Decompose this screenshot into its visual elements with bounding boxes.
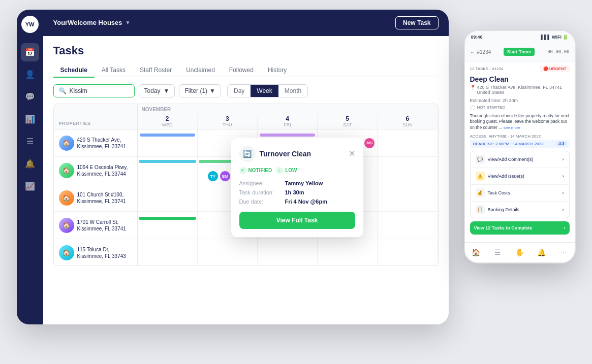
day-header-fri: 4 FRI xyxy=(258,115,318,129)
back-arrow-icon: ← xyxy=(470,49,475,55)
booking-icon: 📋 xyxy=(476,205,485,214)
day-col-sun-1 xyxy=(378,129,438,156)
see-more-link[interactable]: see more xyxy=(504,125,520,130)
sidebar-icon-bell[interactable]: 🔔 xyxy=(21,155,39,173)
view-toggle: Day Week Month xyxy=(227,84,308,97)
day-col-wed-3 xyxy=(138,184,198,211)
new-task-button[interactable]: New Task xyxy=(395,16,438,29)
action-comments[interactable]: 💬 View/Add Comment(s) › xyxy=(471,151,569,168)
booking-label: Booking Details xyxy=(488,207,520,212)
property-text-4: 1701 W Carroll St,Kissimmee, FL 33741 xyxy=(77,219,126,232)
timer-display: 00.00.00 xyxy=(547,49,569,54)
day-header-sat: 5 SAT xyxy=(318,115,378,129)
property-avatar-2: 🏠 xyxy=(59,163,74,178)
view-week-button[interactable]: Week xyxy=(251,85,278,97)
badge-ty2: TY xyxy=(207,171,219,182)
bottom-nav-bell[interactable]: 🔔 xyxy=(534,245,549,260)
brand-chevron[interactable]: ▼ xyxy=(126,20,131,25)
close-button[interactable]: ✕ xyxy=(349,149,355,158)
day-col-thu-5 xyxy=(198,239,258,266)
bottom-nav-hand[interactable]: ✋ xyxy=(512,245,527,260)
day-col-fri-5 xyxy=(258,239,318,266)
view-day-button[interactable]: Day xyxy=(228,85,251,97)
view-tasks-button[interactable]: View 12 Tasks to Complete › xyxy=(470,221,570,235)
date-picker[interactable]: Today ▼ xyxy=(139,84,175,97)
month-label: NOVEMBER xyxy=(138,104,438,115)
view-month-button[interactable]: Month xyxy=(278,85,307,97)
filter-label: Filter (1) xyxy=(184,87,207,94)
topbar-brand: YourWelcome Houses ▼ xyxy=(53,19,131,26)
comments-icon: 💬 xyxy=(476,155,485,164)
view-full-task-button[interactable]: View Full Task xyxy=(239,212,355,229)
mobile-bottom-nav: 🏠 ☰ ✋ 🔔 ··· xyxy=(465,242,575,262)
main-content: YourWelcome Houses ▼ New Task Tasks Sche… xyxy=(43,10,449,324)
sidebar-icon-chart[interactable]: 📊 xyxy=(21,110,39,128)
status-circle xyxy=(470,105,475,110)
property-row: 🏠 420 S Thacker Ave,Kissimmee, FL 33741 xyxy=(54,129,137,157)
desktop-mockup: YW 📅 👤 💬 📊 ☰ 🔔 📈 YourWelcome Houses ▼ xyxy=(17,10,449,324)
bottom-nav-more[interactable]: ··· xyxy=(556,245,571,260)
action-costs[interactable]: 💰 Task Costs › xyxy=(471,185,569,202)
assignee-row: Assignee: Tammy Yellow xyxy=(239,180,355,186)
sidebar-icon-stats[interactable]: 📈 xyxy=(21,177,39,195)
tab-staff-roster[interactable]: Staff Roster xyxy=(133,63,179,78)
address-text: 420 S Thacker Ave, Kissimmee, FL 34741Un… xyxy=(477,85,562,95)
popup-title-row: 🔄 Turnover Clean xyxy=(239,146,311,162)
mobile-action-list: 💬 View/Add Comment(s) › ⚠️ View/Add Issu… xyxy=(470,151,570,218)
issues-chevron: › xyxy=(563,174,564,179)
bottom-nav-home[interactable]: 🏠 xyxy=(468,245,483,260)
action-issues[interactable]: ⚠️ View/Add Issue(s) › xyxy=(471,168,569,185)
sidebar-icon-chat[interactable]: 💬 xyxy=(21,88,39,106)
costs-label: Task Costs xyxy=(488,190,510,195)
assignee-value: Tammy Yellow xyxy=(285,180,323,186)
tabs-bar: Schedule All Tasks Staff Roster Unclaime… xyxy=(53,63,439,78)
mobile-est-time: Estimated time: 2h 30m xyxy=(470,98,570,103)
deadline-row: DEADLINE: 2.00PM · 14 MARCH 2022 ⚠ 3 xyxy=(470,140,570,148)
mobile-mockup: 09:46 ▌▌▌ WiFi 🔋 ← #1234 Start Timer 00.… xyxy=(464,30,576,263)
view-tasks-chevron: › xyxy=(564,225,566,230)
back-button[interactable]: ← #1234 xyxy=(470,49,491,55)
issues-label: View/Add Issue(s) xyxy=(488,174,524,179)
due-row: Due date: Fri 4 Nov @6pm xyxy=(239,198,355,205)
property-avatar-1: 🏠 xyxy=(59,136,74,151)
sidebar-logo: YW xyxy=(21,16,39,33)
tab-all-tasks[interactable]: All Tasks xyxy=(95,63,133,78)
duration-value: 1h 30m xyxy=(285,189,304,195)
property-text-1: 420 S Thacker Ave,Kissimmee, FL 33741 xyxy=(77,137,126,150)
day-col-sat-5 xyxy=(318,239,378,266)
bottom-nav-tasks[interactable]: ☰ xyxy=(490,245,505,260)
property-text-3: 101 Church St #100,Kissimmee, FL 33741 xyxy=(77,191,126,205)
search-input[interactable] xyxy=(70,87,129,94)
property-avatar-3: 🏠 xyxy=(59,190,74,206)
sidebar-icon-user[interactable]: 👤 xyxy=(21,65,39,84)
mobile-task-title: Deep Clean xyxy=(470,75,570,83)
filter-chevron: ▼ xyxy=(209,87,215,94)
tab-history[interactable]: History xyxy=(261,63,294,78)
mobile-nav-bar: ← #1234 Start Timer 00.00.00 xyxy=(465,43,575,61)
sidebar-icon-calendar[interactable]: 📅 xyxy=(21,43,39,61)
popup-details: Assignee: Tammy Yellow Task duration: 1h… xyxy=(239,180,355,205)
filter-button[interactable]: Filter (1) ▼ xyxy=(179,84,221,97)
issues-icon: ⚠️ xyxy=(476,172,485,181)
tab-followed[interactable]: Followed xyxy=(222,63,261,78)
brand-name: YourWelcome Houses xyxy=(53,19,122,26)
tab-unclaimed[interactable]: Unclaimed xyxy=(179,63,222,78)
property-row: 🏠 101 Church St #100,Kissimmee, FL 33741 xyxy=(54,184,137,212)
day-header-wed: 2 WED xyxy=(138,115,198,129)
mobile-indicators: ▌▌▌ WiFi 🔋 xyxy=(541,35,568,40)
notified-badge: ✓ NOTIFIED xyxy=(239,167,272,174)
search-box: 🔍 xyxy=(53,84,135,97)
mobile-status-bar: 09:46 ▌▌▌ WiFi 🔋 xyxy=(465,31,575,43)
sidebar-icon-list[interactable]: ☰ xyxy=(21,133,39,151)
tasks-area: Tasks Schedule All Tasks Staff Roster Un… xyxy=(43,36,449,324)
task-id-label: #1234 xyxy=(477,49,491,55)
tab-schedule[interactable]: Schedule xyxy=(53,63,95,78)
sidebar: YW 📅 👤 💬 📊 ☰ 🔔 📈 xyxy=(17,10,43,324)
action-booking[interactable]: 📋 Booking Details › xyxy=(471,202,569,218)
property-avatar-4: 🏠 xyxy=(59,218,74,233)
mobile-content: 12 TASKS - #1234 🔴 URGENT Deep Clean 📍 4… xyxy=(465,61,575,242)
start-timer-button[interactable]: Start Timer xyxy=(504,48,535,56)
costs-icon: 💰 xyxy=(476,188,485,197)
low-badge: ↓ LOW xyxy=(276,167,297,174)
comments-label: View/Add Comment(s) xyxy=(488,157,534,162)
